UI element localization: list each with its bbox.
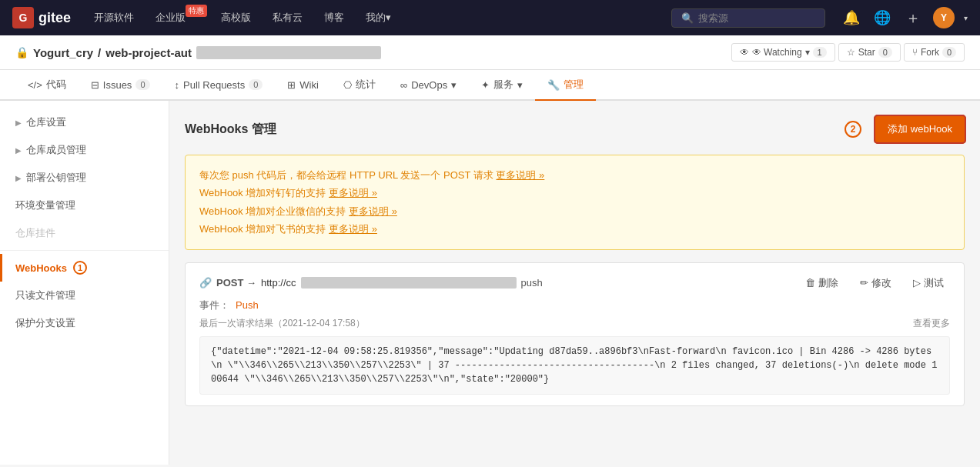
repo-actions: 👁 👁 Watching ▾ 1 ☆ Star 0 ⑂ Fork 0 bbox=[731, 43, 965, 62]
webhook-actions: 🗑 删除 ✏ 修改 ▷ 测试 bbox=[799, 274, 950, 292]
sidebar-item-repo-settings[interactable]: ▶ 仓库设置 bbox=[0, 108, 169, 136]
eye-icon: 👁 bbox=[740, 47, 749, 58]
services-dropdown-icon: ▾ bbox=[517, 79, 523, 91]
last-request-row: 最后一次请求结果（2021-12-04 17:58） 查看更多 bbox=[199, 317, 950, 330]
sidebar-label-webhooks: WebHooks bbox=[15, 262, 67, 274]
watching-count: 1 bbox=[813, 47, 827, 58]
issues-badge: 0 bbox=[135, 79, 149, 90]
tab-wiki[interactable]: ⊞ Wiki bbox=[275, 72, 331, 100]
sidebar-label-env-vars: 环境变量管理 bbox=[15, 198, 75, 212]
repo-header: 🔒 Yogurt_cry / web-project-aut 👁 👁 Watch… bbox=[0, 35, 980, 70]
manage-icon: 🔧 bbox=[547, 79, 560, 91]
sidebar-item-webhooks[interactable]: WebHooks 1 bbox=[0, 254, 169, 282]
search-icon: 🔍 bbox=[681, 12, 694, 24]
test-icon: ▷ bbox=[913, 277, 921, 289]
globe-icon[interactable]: 🌐 bbox=[871, 7, 893, 28]
nav-item-enterprise[interactable]: 企业版 特惠 bbox=[148, 0, 207, 35]
sidebar-item-widget: 仓库挂件 bbox=[0, 219, 169, 247]
add-webhook-button[interactable]: 添加 webHook bbox=[875, 116, 965, 142]
stats-icon: ⎔ bbox=[343, 79, 352, 91]
pr-icon: ↕ bbox=[175, 79, 180, 91]
info-line-4: WebHook 增加对飞书的支持 更多说明 » bbox=[199, 220, 950, 238]
edit-icon: ✏ bbox=[860, 277, 868, 289]
tab-prs-label: Pull Requests bbox=[183, 79, 245, 91]
prs-badge: 0 bbox=[249, 79, 263, 90]
sidebar-label-repo-settings: 仓库设置 bbox=[26, 115, 66, 129]
webhook-url-blurred bbox=[301, 277, 517, 289]
tab-issues[interactable]: ⊟ Issues 0 bbox=[79, 72, 162, 100]
tab-services[interactable]: ✦ 服务 ▾ bbox=[469, 70, 535, 101]
enterprise-badge: 特惠 bbox=[186, 5, 207, 17]
info-line-3: WebHook 增加对企业微信的支持 更多说明 » bbox=[199, 202, 950, 220]
nav-item-university[interactable]: 高校版 bbox=[213, 0, 259, 35]
repo-name[interactable]: web-project-aut bbox=[105, 46, 192, 59]
sidebar-item-env-vars[interactable]: 环境变量管理 bbox=[0, 192, 169, 219]
sidebar: ▶ 仓库设置 ▶ 仓库成员管理 ▶ 部署公钥管理 环境变量管理 仓库挂件 Web… bbox=[0, 101, 169, 465]
test-label: 测试 bbox=[924, 276, 944, 290]
sidebar-item-deploy-keys[interactable]: ▶ 部署公钥管理 bbox=[0, 164, 169, 192]
webhook-url: 🔗 POST → http://cc push bbox=[199, 277, 543, 289]
page-title: WebHooks 管理 bbox=[185, 122, 276, 138]
logo-icon: G bbox=[12, 7, 34, 28]
tab-manage[interactable]: 🔧 管理 bbox=[535, 70, 596, 101]
event-row: 事件： Push bbox=[199, 299, 950, 312]
info-link-2[interactable]: 更多说明 » bbox=[329, 187, 377, 198]
issues-icon: ⊟ bbox=[91, 79, 99, 91]
edit-webhook-button[interactable]: ✏ 修改 bbox=[854, 274, 898, 292]
sidebar-label-members: 仓库成员管理 bbox=[26, 143, 86, 157]
main-content: WebHooks 管理 2 添加 webHook 每次您 push 代码后，都会… bbox=[169, 101, 980, 465]
tab-prs[interactable]: ↕ Pull Requests 0 bbox=[162, 72, 276, 100]
tab-stats[interactable]: ⎔ 统计 bbox=[331, 70, 388, 101]
info-link-4[interactable]: 更多说明 » bbox=[329, 223, 377, 235]
tab-devops[interactable]: ∞ DevOps ▾ bbox=[388, 72, 469, 100]
sidebar-item-members[interactable]: ▶ 仓库成员管理 bbox=[0, 136, 169, 164]
tab-services-label: 服务 bbox=[493, 78, 513, 92]
sidebar-label-widget: 仓库挂件 bbox=[15, 226, 55, 240]
logo[interactable]: G gitee bbox=[12, 7, 71, 28]
info-link-1[interactable]: 更多说明 » bbox=[496, 169, 544, 181]
webhook-item: 🔗 POST → http://cc push 🗑 删除 bbox=[185, 262, 965, 406]
sidebar-label-branch-protect: 保护分支设置 bbox=[15, 316, 75, 330]
fork-icon: ⑂ bbox=[912, 47, 918, 58]
plus-icon[interactable]: ＋ bbox=[902, 7, 924, 28]
watching-dropdown-icon: ▾ bbox=[805, 47, 810, 58]
avatar[interactable]: Y bbox=[933, 7, 955, 28]
fork-button[interactable]: ⑂ Fork 0 bbox=[904, 43, 965, 62]
tab-stats-label: 统计 bbox=[356, 78, 376, 92]
logo-text: gitee bbox=[38, 10, 71, 26]
repo-title: 🔒 Yogurt_cry / web-project-aut bbox=[15, 46, 381, 59]
fork-count: 0 bbox=[942, 47, 956, 58]
search-input[interactable] bbox=[698, 12, 814, 24]
chevron-right-icon: ▶ bbox=[15, 118, 22, 127]
webhook-header: 🔗 POST → http://cc push 🗑 删除 bbox=[199, 274, 950, 292]
star-button[interactable]: ☆ Star 0 bbox=[838, 43, 901, 62]
search-box[interactable]: 🔍 bbox=[671, 8, 825, 28]
page-header: WebHooks 管理 2 添加 webHook bbox=[185, 116, 965, 142]
edit-label: 修改 bbox=[871, 276, 891, 290]
tab-code[interactable]: </> 代码 bbox=[15, 70, 79, 101]
repo-owner[interactable]: Yogurt_cry bbox=[33, 46, 93, 59]
event-label: 事件： bbox=[199, 299, 229, 312]
nav-item-opensource[interactable]: 开源软件 bbox=[86, 0, 142, 35]
test-webhook-button[interactable]: ▷ 测试 bbox=[907, 274, 950, 292]
nav-item-blog[interactable]: 博客 bbox=[316, 0, 352, 35]
info-line-2: WebHook 增加对钉钉的支持 更多说明 » bbox=[199, 184, 950, 202]
services-icon: ✦ bbox=[481, 79, 490, 91]
trash-icon: 🗑 bbox=[805, 277, 815, 289]
star-label: Star bbox=[858, 47, 875, 58]
sidebar-divider bbox=[0, 250, 169, 251]
info-link-3[interactable]: 更多说明 » bbox=[349, 205, 397, 217]
sidebar-item-readonly[interactable]: 只读文件管理 bbox=[0, 282, 169, 309]
sidebar-item-branch-protect[interactable]: 保护分支设置 bbox=[0, 309, 169, 337]
watching-button[interactable]: 👁 👁 Watching ▾ 1 bbox=[731, 43, 835, 62]
star-count: 0 bbox=[878, 47, 892, 58]
tab-manage-label: 管理 bbox=[564, 78, 584, 92]
repo-separator: / bbox=[98, 46, 101, 59]
nav-item-private[interactable]: 私有云 bbox=[265, 0, 310, 35]
view-more-link[interactable]: 查看更多 bbox=[913, 317, 950, 330]
top-nav: G gitee 开源软件 企业版 特惠 高校版 私有云 博客 我的▾ 🔍 🔔 🌐… bbox=[0, 0, 980, 35]
star-icon: ☆ bbox=[847, 47, 855, 58]
nav-item-mine[interactable]: 我的▾ bbox=[358, 0, 399, 35]
notification-icon[interactable]: 🔔 bbox=[841, 7, 862, 28]
delete-webhook-button[interactable]: 🗑 删除 bbox=[799, 274, 845, 292]
